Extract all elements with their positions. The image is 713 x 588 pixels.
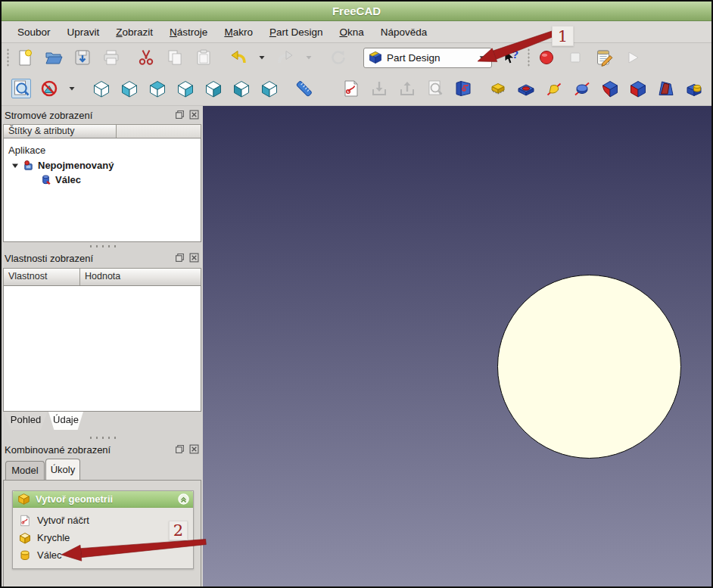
close-panel-icon[interactable] — [189, 110, 200, 120]
view-right-icon[interactable] — [176, 79, 195, 98]
boolean-icon[interactable] — [684, 79, 704, 98]
zoom-fit-icon[interactable] — [11, 79, 31, 98]
redo-dropdown-icon[interactable] — [304, 48, 313, 67]
save-document-icon[interactable] — [73, 48, 92, 67]
macro-stop-icon[interactable] — [565, 48, 585, 67]
properties-column-vlastnost[interactable]: Vlastnost — [3, 268, 80, 286]
menubar: SouborUpravitZobrazitNástrojeMakroPart D… — [2, 21, 711, 43]
macro-play-icon[interactable] — [623, 48, 643, 67]
view-rear-icon[interactable] — [204, 79, 223, 98]
panel-splitter[interactable] — [2, 243, 203, 249]
menu-item-upravit[interactable]: Upravit — [59, 23, 108, 41]
tab-udaje[interactable]: Údaje — [48, 412, 83, 431]
new-document-icon[interactable] — [15, 48, 35, 67]
tree-document-label: Nepojmenovaný — [38, 160, 114, 171]
draft-icon[interactable] — [656, 79, 676, 98]
tree-panel-titlebar[interactable]: Stromové zobrazení — [5, 107, 200, 123]
pad-icon[interactable] — [488, 79, 508, 98]
tree-column-header[interactable]: Štítky & atributy — [3, 124, 117, 138]
collapse-section-icon[interactable] — [178, 493, 189, 505]
leave-sketch-icon[interactable] — [397, 79, 417, 98]
copy-icon[interactable] — [165, 48, 185, 67]
draw-style-dropdown-icon[interactable] — [67, 79, 76, 98]
revolution-icon[interactable] — [544, 79, 564, 98]
fillet-icon[interactable] — [600, 79, 620, 98]
new-sketch-icon[interactable] — [341, 79, 361, 98]
view-axonometric-icon[interactable] — [92, 79, 111, 98]
whats-this-icon[interactable]: ? — [501, 48, 521, 67]
properties-panel-titlebar[interactable]: Vlastnosti zobrazení — [5, 250, 200, 266]
view-top-icon[interactable] — [148, 79, 167, 98]
refresh-icon[interactable] — [328, 48, 348, 67]
toolbar-handle[interactable] — [6, 48, 10, 67]
draw-style-icon[interactable] — [39, 79, 59, 98]
macro-record-icon[interactable] — [537, 48, 556, 67]
properties-header-row: Vlastnost Hodnota — [3, 268, 201, 286]
menu-item-part-design[interactable]: Part Design — [261, 23, 332, 41]
pocket-icon[interactable] — [516, 79, 536, 98]
paste-icon[interactable] — [194, 48, 213, 67]
menu-item-nápověda[interactable]: Nápověda — [372, 23, 436, 41]
tree-document-item[interactable]: Nepojmenovaný — [11, 159, 114, 172]
menu-item-nástroje[interactable]: Nástroje — [161, 23, 216, 41]
task-item-label: Válec — [37, 549, 62, 561]
chevron-down-icon — [478, 54, 487, 62]
menu-item-makro[interactable]: Makro — [216, 23, 261, 41]
window-title: FreeCAD — [332, 5, 381, 17]
edit-sketch-icon[interactable] — [369, 79, 389, 98]
tree-item-valec[interactable]: Válec — [40, 173, 81, 186]
titlebar[interactable]: FreeCAD — [2, 2, 711, 21]
workbench-selector[interactable]: Part Design — [363, 48, 492, 68]
panel-splitter[interactable] — [2, 434, 203, 440]
cut-icon[interactable] — [136, 48, 156, 67]
undo-dropdown-icon[interactable] — [257, 48, 266, 67]
tree-view[interactable]: Aplikace Nepojmenovaný Válec — [3, 138, 201, 242]
float-panel-icon[interactable] — [175, 110, 185, 120]
properties-column-hodnota[interactable]: Hodnota — [80, 268, 201, 286]
tree-root-label: Aplikace — [8, 145, 45, 156]
print-icon[interactable] — [101, 48, 121, 67]
view-sketch-icon[interactable] — [425, 79, 445, 98]
task-section-title: Vytvoř geometrii — [36, 493, 173, 505]
tree-panel-title: Stromové zobrazení — [5, 110, 171, 121]
macro-edit-icon[interactable] — [594, 48, 614, 67]
menu-item-okna[interactable]: Okna — [331, 23, 372, 41]
3d-viewport[interactable] — [203, 106, 711, 586]
view-left-icon[interactable] — [260, 79, 279, 98]
properties-table[interactable] — [3, 285, 201, 412]
task-item-vytvo-n-rt[interactable]: Vytvoř náčrt — [13, 512, 193, 529]
float-panel-icon[interactable] — [175, 253, 185, 263]
tab-model[interactable]: Model — [5, 461, 45, 480]
expander-icon[interactable] — [11, 162, 19, 170]
groove-icon[interactable] — [572, 79, 592, 98]
task-section-header[interactable]: Vytvoř geometrii — [13, 491, 193, 508]
task-item-v-lec[interactable]: Válec — [13, 546, 193, 564]
part-design-workbench-icon — [369, 51, 382, 64]
close-panel-icon[interactable] — [189, 444, 200, 455]
float-panel-icon[interactable] — [175, 444, 185, 455]
open-document-icon[interactable] — [44, 48, 64, 67]
new-sketch-icon — [19, 515, 31, 527]
box-yellow-icon — [17, 493, 30, 506]
tab-ukoly[interactable]: Úkoly — [45, 459, 80, 480]
close-panel-icon[interactable] — [189, 253, 200, 263]
step-1-badge: 1 — [552, 26, 574, 46]
undo-icon[interactable] — [229, 48, 248, 67]
tree-root-item[interactable]: Aplikace — [8, 144, 45, 157]
view-data-tabbar: Pohled Údaje — [2, 412, 203, 434]
toolbar-view — [2, 72, 711, 106]
cylinder-yellow-icon — [19, 549, 31, 562]
task-item-krychle[interactable]: Krychle — [13, 529, 193, 546]
combined-panel-titlebar[interactable]: Kombinované zobrazení — [5, 442, 200, 457]
chamfer-icon[interactable] — [628, 79, 648, 98]
cylinder-top-view-shape[interactable] — [497, 275, 681, 459]
measure-distance-icon[interactable] — [294, 79, 314, 98]
tab-pohled[interactable]: Pohled — [4, 412, 48, 431]
menu-item-soubor[interactable]: Soubor — [9, 23, 59, 41]
map-sketch-icon[interactable] — [453, 79, 473, 98]
redo-icon[interactable] — [276, 48, 295, 67]
view-bottom-icon[interactable] — [232, 79, 251, 98]
combined-panel-title: Kombinované zobrazení — [5, 444, 171, 456]
view-front-icon[interactable] — [120, 79, 139, 98]
menu-item-zobrazit[interactable]: Zobrazit — [107, 23, 161, 41]
